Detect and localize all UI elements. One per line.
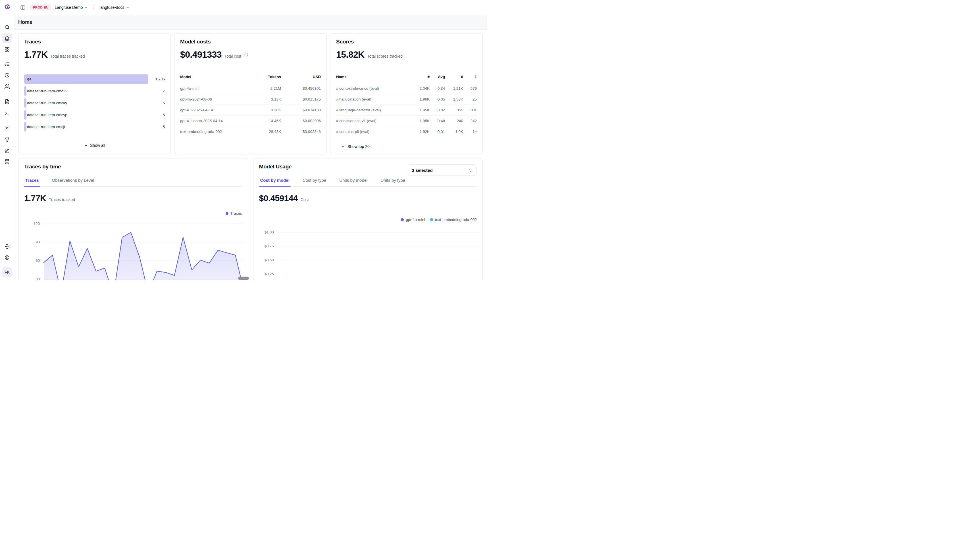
y-axis-tick: 30 <box>22 277 40 280</box>
sidebar-toggle-button[interactable] <box>19 3 27 12</box>
row-label: # contains-pii (eval) <box>336 130 413 134</box>
horizontal-scrollbar-thumb[interactable] <box>238 277 249 280</box>
table-row: # contextrelevance (eval)2.04K0.341.21K5… <box>336 83 477 94</box>
row-value: $0.014108 <box>281 108 321 112</box>
trace-bar-row[interactable]: dataset-run-item-cmcjf5 <box>24 121 165 133</box>
column-header: Name <box>336 75 413 79</box>
scores-table: Name#Avg01# contextrelevance (eval)2.04K… <box>336 72 477 137</box>
row-label: # contextrelevance (eval) <box>336 86 413 91</box>
sidebar-item-insights[interactable] <box>2 134 12 145</box>
legend-label: Traces <box>231 211 242 215</box>
row-value: 0.48 <box>429 119 445 123</box>
row-value: 0.82 <box>429 108 445 112</box>
tracing-icon <box>4 61 10 67</box>
sidebar-item-users[interactable] <box>2 82 12 92</box>
row-label: gpt-4.1-2025-04-14 <box>180 108 250 112</box>
sidebar-item-prompts[interactable] <box>2 97 12 107</box>
row-value: 28.43K <box>250 130 281 134</box>
user-avatar[interactable]: FK <box>2 267 12 277</box>
trace-bar-row[interactable]: dataset-run-item-cmc297 <box>24 85 165 97</box>
trace-name: dataset-run-item-cmcvp <box>27 113 67 117</box>
column-header: Tokens <box>250 75 281 79</box>
trace-count: 5 <box>148 101 165 105</box>
info-icon[interactable] <box>244 53 248 57</box>
traces-by-time-total-label: Traces tracked <box>49 197 75 202</box>
model-usage-card: Model Usage 2 selected Cost by modelCost… <box>253 158 483 280</box>
traces-by-time-tab-traces[interactable]: Traces <box>24 178 40 186</box>
y-axis-tick: $0.75 <box>256 244 274 248</box>
model-usage-tab-cost-by-type[interactable]: Cost by type <box>301 178 327 186</box>
traces-total: 1.77K <box>24 49 47 60</box>
row-label: # language-detector (eval) <box>336 108 413 112</box>
model-usage-tab-units-by-type[interactable]: Units by type <box>379 178 406 186</box>
column-header: USD <box>281 75 321 79</box>
sidebar-item-search[interactable] <box>2 22 12 32</box>
traces-by-time-title: Traces by time <box>24 163 242 170</box>
chevron-down-icon <box>341 145 345 148</box>
row-value: 2.21M <box>250 86 281 91</box>
row-label: # conciseness-v1 (eval) <box>336 119 413 123</box>
trace-bar-row[interactable]: dataset-run-item-cmcvp5 <box>24 109 165 121</box>
row-value: 14 <box>463 130 477 134</box>
table-header: ModelTokensUSD <box>180 72 321 83</box>
model-usage-tab-units-by-model[interactable]: Units by model <box>338 178 369 186</box>
row-value: 1.95K <box>413 108 429 112</box>
trace-name: dataset-run-item-cmc29 <box>27 89 68 93</box>
trace-bar-row[interactable]: dataset-run-item-cmcky5 <box>24 97 165 109</box>
trace-bar <box>24 110 27 120</box>
show-top-20-button[interactable]: Show top 20 <box>341 144 370 149</box>
sessions-icon <box>4 72 10 78</box>
prompts-icon <box>4 99 10 105</box>
row-value: 14.45K <box>250 119 281 123</box>
project-selector[interactable]: langfuse-docs <box>99 5 130 10</box>
environment-badge: PROD-EU <box>30 4 51 10</box>
table-row: gpt-4o-mini2.21M$0.456301 <box>180 83 321 94</box>
y-axis-tick: $0.50 <box>256 258 274 262</box>
row-value: 355 <box>445 108 463 112</box>
search-icon <box>4 24 10 30</box>
sidebar-item-datasets[interactable] <box>2 157 12 167</box>
row-value: $0.002843 <box>281 130 321 134</box>
row-label: gpt-4o-mini <box>180 86 250 91</box>
table-row: gpt-4.1-nano-2025-04-1414.45K$0.002906 <box>180 116 321 127</box>
row-value: 25 <box>463 97 477 102</box>
sidebar-item-home[interactable] <box>2 33 12 43</box>
table-row: gpt-4o-2024-08-063.13K$0.015175 <box>180 94 321 105</box>
row-value: 1.96K <box>413 97 429 102</box>
sidebar-item-playground[interactable] <box>2 108 12 118</box>
sidebar: FK <box>0 0 14 280</box>
traces-by-time-tab-observations-by-level[interactable]: Observations by Level <box>51 178 95 186</box>
row-value: 2.04K <box>413 86 429 91</box>
settings-icon <box>4 243 10 249</box>
show-all-button[interactable]: Show all <box>84 143 105 148</box>
sidebar-item-evaluation[interactable] <box>2 123 12 133</box>
sidebar-item-settings[interactable] <box>2 242 12 252</box>
support-icon <box>4 255 10 260</box>
sidebar-item-sessions[interactable] <box>2 70 12 80</box>
sidebar-item-dashboards[interactable] <box>2 44 12 55</box>
chevron-down-icon <box>126 6 130 9</box>
chart-legend: gpt-4o-minitext-embedding-ada-002 <box>401 218 477 222</box>
app-root: FK PROD-EU Langfuse Demo langfuse-docs H… <box>0 0 487 280</box>
traces-bar-list: qa1,736dataset-run-item-cmc297dataset-ru… <box>24 73 165 133</box>
legend-dot-icon <box>226 212 229 215</box>
annotation-queues-icon <box>4 148 10 153</box>
model-costs-total-label: Total cost <box>224 54 241 58</box>
org-selector[interactable]: Langfuse Demo <box>55 5 88 10</box>
trace-name: dataset-run-item-cmcjf <box>27 125 65 129</box>
model-costs-title: Model costs <box>180 38 321 45</box>
row-value: 1.21K <box>445 86 463 91</box>
column-header: 1 <box>463 75 477 79</box>
sidebar-item-annotation-queues[interactable] <box>2 146 12 156</box>
chart-legend: Traces <box>226 211 242 215</box>
sidebar-item-tracing[interactable] <box>2 59 12 69</box>
row-label: text-embedding-ada-002 <box>180 130 250 134</box>
model-selector-dropdown[interactable]: 2 selected <box>408 164 477 176</box>
row-value: 0.01 <box>429 130 445 134</box>
legend-label: gpt-4o-mini <box>406 218 425 222</box>
model-usage-tab-cost-by-model[interactable]: Cost by model <box>259 178 291 186</box>
trace-count: 5 <box>148 113 165 117</box>
langfuse-logo-icon <box>4 3 10 10</box>
sidebar-item-support[interactable] <box>2 252 12 263</box>
trace-bar-row[interactable]: qa1,736 <box>24 73 165 85</box>
